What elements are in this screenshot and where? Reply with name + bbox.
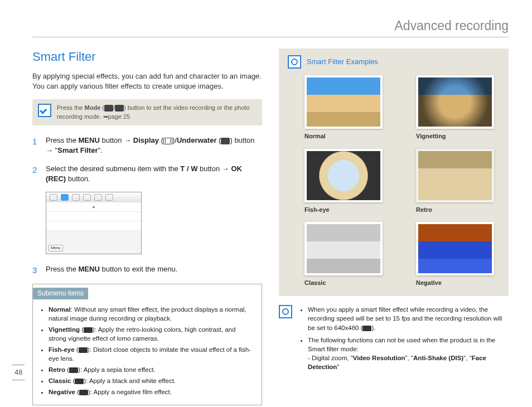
filter-badge-icon (75, 379, 84, 384)
example-caption: Fish-eye (304, 206, 383, 214)
step-2: 2 Select the desired submenu item with t… (32, 164, 262, 184)
magnify-icon (288, 55, 301, 69)
step-1: 1 Press the MENU button → Display ()/Und… (32, 135, 262, 156)
manual-page: Advanced recording Smart Filter By apply… (0, 0, 532, 407)
checkmark-icon (38, 104, 51, 117)
sd-badge-icon (362, 326, 371, 331)
filter-badge-icon (79, 390, 88, 395)
submenu-item: Classic (): Apply a black and white effe… (49, 376, 255, 385)
example-caption: Vignetting (416, 132, 494, 140)
submenu-item: Negative (): Apply a negative film effec… (49, 387, 255, 396)
step-3: 3 Press the MENU button to exit the menu… (32, 264, 262, 276)
display-icon (163, 138, 172, 144)
video-icon (104, 105, 113, 112)
menu-tabbar (46, 192, 141, 203)
menu-row (46, 212, 141, 221)
step-number: 2 (32, 164, 40, 184)
example-thumb: Retro (416, 149, 494, 214)
example-caption: Retro (416, 206, 494, 214)
example-image (416, 75, 494, 129)
page-number: 48 (12, 365, 25, 380)
submenu-item: Retro (): Apply a sepia tone effect. (49, 365, 255, 374)
example-thumb: Negative (416, 222, 494, 287)
submenu-item: Fish-eye (): Distort close objects to im… (49, 345, 255, 363)
example-thumb: Vignetting (416, 75, 494, 140)
thumbnail-grid: NormalVignettingFish-eyeRetroClassicNega… (288, 75, 500, 287)
right-column: Smart Filter Examples NormalVignettingFi… (279, 49, 509, 405)
example-thumb: Normal (304, 75, 383, 140)
example-thumb: Classic (304, 222, 383, 287)
steps-list: 1 Press the MENU button → Display ()/Und… (32, 135, 262, 184)
example-image (304, 149, 383, 202)
submenu-list: Normal: Without any smart filter effect,… (40, 305, 255, 397)
filter-badge-icon (79, 347, 88, 353)
underwater-icon (221, 138, 230, 144)
example-image (304, 222, 383, 275)
submenu-header: Submenu items (33, 288, 88, 299)
example-caption: Negative (416, 279, 494, 287)
example-caption: Classic (304, 279, 383, 287)
camera-menu-screenshot: ▲ Menu (46, 192, 142, 254)
footer-note: When you apply a smart filter effect whi… (279, 305, 509, 375)
menu-row: ▲ (46, 202, 141, 212)
example-image (416, 149, 494, 202)
step-number: 3 (32, 264, 40, 276)
example-image (416, 222, 494, 275)
mode-note-box: Press the Mode (/) button to set the vid… (32, 99, 262, 125)
footer-note-2: The following functions can not be used … (308, 336, 509, 371)
step-number: 1 (32, 135, 40, 156)
examples-title: Smart Filter Examples (307, 57, 378, 67)
examples-box: Smart Filter Examples NormalVignettingFi… (279, 49, 509, 296)
two-column-layout: Smart Filter By applying special effects… (32, 49, 509, 405)
menu-row (46, 221, 141, 231)
page-header-title: Advanced recording (32, 17, 509, 37)
submenu-item: Vignetting (): Apply the retro-looking c… (49, 325, 255, 343)
example-image (304, 75, 383, 129)
submenu-item: Normal: Without any smart filter effect,… (49, 305, 255, 323)
examples-header: Smart Filter Examples (288, 55, 500, 69)
filter-badge-icon (69, 367, 78, 373)
menu-button-label: Menu (49, 245, 63, 251)
camera-icon (115, 105, 124, 112)
footer-notes-list: When you apply a smart filter effect whi… (298, 305, 509, 375)
intro-text: By applying special effects, you can add… (32, 71, 262, 91)
mode-note-text: Press the Mode (/) button to set the vid… (57, 104, 257, 121)
steps-list-cont: 3 Press the MENU button to exit the menu… (32, 264, 262, 276)
footer-note-1: When you apply a smart filter effect whi… (308, 305, 509, 332)
active-tab-icon (61, 194, 69, 201)
example-caption: Normal (304, 132, 383, 140)
filter-badge-icon (84, 327, 93, 333)
submenu-items-box: Submenu items Normal: Without any smart … (32, 284, 262, 405)
example-thumb: Fish-eye (304, 149, 383, 214)
info-icon (279, 305, 292, 318)
left-column: Smart Filter By applying special effects… (32, 49, 262, 405)
section-title: Smart Filter (32, 49, 262, 66)
